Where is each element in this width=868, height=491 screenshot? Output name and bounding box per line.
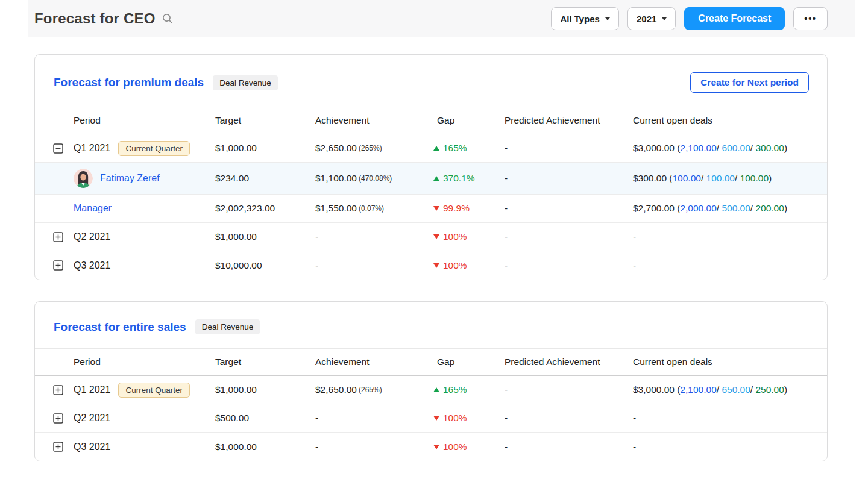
achievement-cell: -: [315, 442, 433, 452]
open-deals-stage1-link[interactable]: 2,100.00: [680, 143, 716, 154]
open-deals-stage3-link[interactable]: 250.00: [755, 384, 784, 395]
year-filter-dropdown[interactable]: 2021: [627, 7, 676, 30]
current-quarter-badge: Current Quarter: [118, 141, 190, 156]
column-header-current-open-deals: Current open deals: [633, 115, 827, 126]
expand-icon[interactable]: [53, 385, 63, 395]
open-deals-cell: -: [633, 260, 827, 271]
open-deals-stage3-link[interactable]: 200.00: [755, 203, 784, 214]
avatar: [74, 169, 93, 188]
expand-icon[interactable]: [53, 442, 63, 452]
gap-cell: 100%: [433, 260, 505, 271]
column-header-gap: Gap: [433, 115, 505, 126]
create-forecast-button[interactable]: Create Forecast: [684, 7, 785, 30]
open-deals-stage3-link[interactable]: 100.00: [740, 173, 769, 184]
period-label: Q2 2021: [74, 231, 110, 242]
forecast-card-title-link[interactable]: Forecast for premium deals: [54, 76, 204, 89]
gap-cell: 165%: [433, 384, 505, 395]
predicted-achievement-cell: -: [505, 413, 633, 424]
target-cell: $10,000.00: [215, 260, 315, 271]
expand-icon[interactable]: [53, 413, 63, 424]
column-header-predicted-achievement: Predicted Achievement: [505, 115, 633, 126]
achievement-cell: $2,650.00(265%): [315, 143, 433, 154]
predicted-achievement-cell: -: [505, 203, 633, 214]
gap-up-icon: [433, 146, 439, 151]
target-cell: $500.00: [215, 413, 315, 424]
open-deals-stage2-link[interactable]: 600.00: [722, 143, 750, 154]
predicted-achievement-cell: -: [505, 231, 633, 242]
open-deals-cell: $2,700.00 (2,000.00/ 500.00/ 200.00): [633, 203, 827, 214]
right-edge-divider: [855, 0, 855, 469]
table-row: Q3 2021$10,000.00-100%--: [35, 251, 827, 280]
table-header-row: Period Target Achievement Gap Predicted …: [35, 107, 827, 134]
gap-up-icon: [433, 176, 439, 181]
forecast-card-premium-deals: Forecast for premium deals Deal Revenue …: [34, 54, 828, 280]
period-label: Q3 2021: [74, 442, 110, 452]
achievement-cell: -: [315, 413, 433, 424]
column-header-target: Target: [215, 357, 315, 367]
target-cell: $1,000.00: [215, 384, 315, 395]
table-row: Q2 2021$500.00-100%--: [35, 404, 827, 433]
gap-down-icon: [433, 263, 439, 268]
expand-icon[interactable]: [53, 260, 63, 271]
deal-revenue-tag: Deal Revenue: [195, 319, 260, 334]
achievement-cell: $2,650.00(265%): [315, 384, 433, 395]
period-cell: Q1 2021Current Quarter: [35, 383, 215, 398]
period-label: Q1 2021: [74, 384, 110, 395]
period-cell: Q3 2021: [35, 442, 215, 452]
gap-down-icon: [433, 416, 439, 421]
open-deals-stage1-link[interactable]: 100.00: [673, 173, 701, 184]
gap-down-icon: [433, 206, 439, 211]
topbar-controls: All Types 2021 Create Forecast •••: [551, 7, 828, 30]
open-deals-cell: $3,000.00 (2,100.00/ 650.00/ 250.00): [633, 384, 827, 395]
open-deals-stage1-link[interactable]: 2,000.00: [680, 203, 716, 214]
achievement-cell: -: [315, 231, 433, 242]
period-cell: Fatimay Zeref: [35, 169, 215, 188]
create-next-period-button[interactable]: Create for Next period: [690, 72, 809, 93]
target-cell: $1,000.00: [215, 442, 315, 452]
table-header-row: Period Target Achievement Gap Predicted …: [35, 348, 827, 376]
column-header-target: Target: [215, 115, 315, 126]
period-cell: Q2 2021: [35, 231, 215, 242]
open-deals-cell: -: [633, 231, 827, 242]
table-row: Q2 2021$1,000.00-100%--: [35, 223, 827, 251]
ellipsis-icon: •••: [804, 14, 817, 23]
period-cell: Q2 2021: [35, 413, 215, 424]
open-deals-cell: $300.00 (100.00/ 100.00/ 100.00): [633, 173, 827, 184]
table-row: Fatimay Zeref$234.00$1,100.00(470.08%)37…: [35, 163, 827, 195]
owner-link[interactable]: Fatimay Zeref: [100, 173, 160, 184]
gap-cell: 370.1%: [433, 173, 505, 184]
type-filter-dropdown[interactable]: All Types: [551, 7, 619, 30]
open-deals-stage2-link[interactable]: 500.00: [722, 203, 750, 214]
collapse-icon[interactable]: [53, 143, 63, 154]
table-row: Q3 2021$1,000.00-100%--: [35, 433, 827, 461]
achievement-cell: -: [315, 260, 433, 271]
chevron-down-icon: [605, 17, 610, 20]
predicted-achievement-cell: -: [505, 384, 633, 395]
owner-link[interactable]: Manager: [74, 203, 112, 214]
table-row: Manager$2,002,323.00$1,550.00(0.07%)99.9…: [35, 195, 827, 223]
open-deals-stage2-link[interactable]: 100.00: [706, 173, 735, 184]
table-body: Q1 2021Current Quarter$1,000.00$2,650.00…: [35, 376, 827, 461]
open-deals-stage3-link[interactable]: 300.00: [755, 143, 784, 154]
table-body: Q1 2021Current Quarter$1,000.00$2,650.00…: [35, 134, 827, 280]
achievement-cell: $1,100.00(470.08%): [315, 173, 433, 184]
more-options-button[interactable]: •••: [793, 7, 828, 30]
search-button[interactable]: [162, 13, 174, 25]
open-deals-stage2-link[interactable]: 650.00: [722, 384, 750, 395]
forecast-card-title-link[interactable]: Forecast for entire sales: [54, 321, 186, 334]
chevron-down-icon: [662, 17, 667, 20]
indent-spacer: [53, 174, 63, 184]
table-row: Q1 2021Current Quarter$1,000.00$2,650.00…: [35, 376, 827, 404]
column-header-gap: Gap: [433, 357, 505, 367]
target-cell: $234.00: [215, 173, 315, 184]
gap-cell: 100%: [433, 231, 505, 242]
expand-icon[interactable]: [53, 232, 63, 242]
forecast-page-content: Forecast for premium deals Deal Revenue …: [34, 54, 828, 461]
column-header-period: Period: [35, 115, 215, 126]
target-cell: $1,000.00: [215, 143, 315, 154]
achievement-cell: $1,550.00(0.07%): [315, 203, 433, 214]
search-icon: [162, 13, 174, 25]
type-filter-label: All Types: [560, 14, 600, 24]
open-deals-stage1-link[interactable]: 2,100.00: [680, 384, 716, 395]
gap-cell: 100%: [433, 413, 505, 424]
